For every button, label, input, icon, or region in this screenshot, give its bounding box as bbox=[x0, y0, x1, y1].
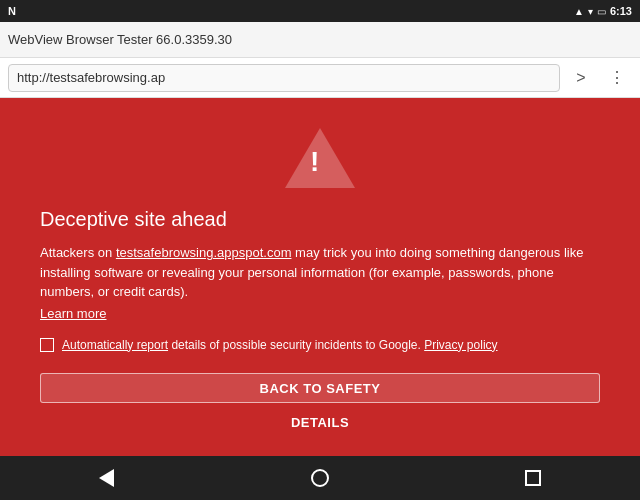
wifi-icon: ▾ bbox=[588, 6, 593, 17]
status-right: ▲ ▾ ▭ 6:13 bbox=[574, 5, 632, 17]
report-checkbox-label: Automatically report details of possible… bbox=[62, 337, 498, 354]
app-bar: WebView Browser Tester 66.0.3359.30 bbox=[0, 22, 640, 58]
carrier-icon: N bbox=[8, 5, 16, 17]
privacy-policy-link[interactable]: Privacy policy bbox=[424, 338, 497, 352]
back-to-safety-button[interactable]: BACK TO SAFETY bbox=[40, 373, 600, 403]
report-checkbox-row: Automatically report details of possible… bbox=[40, 337, 600, 354]
report-details-text: details of possible security incidents t… bbox=[168, 338, 424, 352]
app-title: WebView Browser Tester 66.0.3359.30 bbox=[8, 32, 632, 47]
url-bar: > ⋮ bbox=[0, 58, 640, 98]
signal-icon: ▲ bbox=[574, 6, 584, 17]
status-bar: N ▲ ▾ ▭ 6:13 bbox=[0, 0, 640, 22]
url-input[interactable] bbox=[8, 64, 560, 92]
automatically-report-text: Automatically report bbox=[62, 338, 168, 352]
warning-content: Deceptive site ahead Attackers on testsa… bbox=[0, 98, 640, 456]
forward-icon: > bbox=[576, 69, 585, 87]
warning-triangle-icon bbox=[285, 128, 355, 188]
report-checkbox[interactable] bbox=[40, 338, 54, 352]
recents-nav-button[interactable] bbox=[513, 458, 553, 498]
learn-more-link[interactable]: Learn more bbox=[40, 306, 600, 321]
time-display: 6:13 bbox=[610, 5, 632, 17]
deceptive-site-link[interactable]: testsafebrowsing.appspot.com bbox=[116, 245, 292, 260]
menu-button[interactable]: ⋮ bbox=[602, 64, 632, 92]
warning-title: Deceptive site ahead bbox=[40, 208, 600, 231]
recents-nav-icon bbox=[525, 470, 541, 486]
back-nav-button[interactable] bbox=[87, 458, 127, 498]
details-button[interactable]: DETAILS bbox=[40, 409, 600, 436]
home-nav-button[interactable] bbox=[300, 458, 340, 498]
nav-bar bbox=[0, 456, 640, 500]
back-nav-icon bbox=[99, 469, 114, 487]
warning-body: Attackers on testsafebrowsing.appspot.co… bbox=[40, 243, 600, 302]
battery-icon: ▭ bbox=[597, 6, 606, 17]
forward-button[interactable]: > bbox=[566, 64, 596, 92]
overflow-menu-icon: ⋮ bbox=[609, 68, 625, 87]
status-left: N bbox=[8, 5, 16, 17]
home-nav-icon bbox=[311, 469, 329, 487]
warning-body-text1: Attackers on bbox=[40, 245, 116, 260]
